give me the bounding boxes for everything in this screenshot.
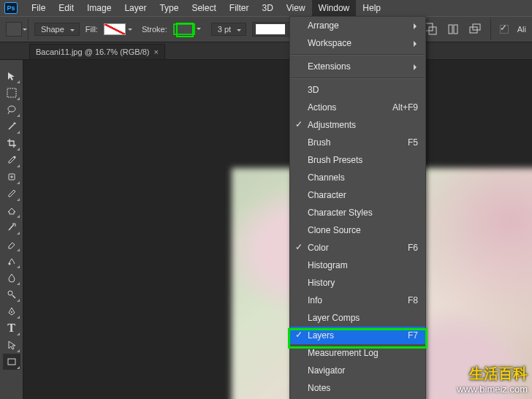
shape-mode-dropdown[interactable]: Shape [34,23,80,36]
menu-item-info[interactable]: InfoF8 [290,292,425,309]
marquee-tool[interactable] [3,85,20,101]
menu-image[interactable]: Image [80,0,118,16]
document-tab[interactable]: Bacani11.jpg @ 16.7% (RGB/8) × [29,44,165,59]
menu-item-history[interactable]: History [290,274,425,292]
svg-rect-3 [454,25,457,34]
path-ops-icon[interactable] [425,23,438,36]
menu-item-layers[interactable]: LayersF7 [290,327,425,344]
fill-label: Fill: [86,25,98,34]
menu-item-brush[interactable]: BrushF5 [290,134,425,151]
move-tool[interactable] [3,68,20,84]
align-edges-checkbox[interactable] [500,25,509,34]
svg-point-7 [8,106,15,112]
menu-item-measurement-log[interactable]: Measurement Log [290,344,425,362]
brush-tool[interactable] [3,186,20,202]
svg-rect-6 [7,88,16,97]
stroke-width-input[interactable]: 3 pt [211,23,246,36]
clone-stamp-tool[interactable] [3,202,20,218]
type-tool[interactable]: T [3,320,20,336]
menu-window[interactable]: Window [312,0,357,16]
stroke-swatch[interactable] [173,23,195,35]
menu-file[interactable]: File [25,0,52,16]
document-tab-title: Bacani11.jpg @ 16.7% (RGB/8) [36,48,149,56]
canvas[interactable] [23,60,532,399]
svg-rect-2 [449,25,452,34]
menu-view[interactable]: View [280,0,312,16]
menu-item-layer-comps[interactable]: Layer Comps [290,309,425,327]
menu-item-extensions[interactable]: Extensions [290,58,425,75]
menu-3d[interactable]: 3D [255,0,279,16]
stroke-label: Stroke: [142,25,167,34]
eraser-tool[interactable] [3,236,20,252]
magic-wand-tool[interactable] [3,118,20,134]
healing-brush-tool[interactable] [3,169,20,185]
window-menu-dropdown: Arrange Workspace Extensions 3DActionsAl… [289,16,426,399]
history-brush-tool[interactable] [3,219,20,235]
eyedropper-tool[interactable] [3,152,20,168]
menubar: Ps FileEditImageLayerTypeSelectFilter3DV… [0,0,532,16]
menu-item-navigator[interactable]: Navigator [290,362,425,379]
blur-tool[interactable] [3,270,20,286]
svg-point-13 [11,311,12,313]
menu-filter[interactable]: Filter [223,0,256,16]
menu-item-actions[interactable]: ActionsAlt+F9 [290,99,425,116]
menu-item-histogram[interactable]: Histogram [290,256,425,274]
align-edges-label: Ali [517,25,526,34]
gradient-tool[interactable] [3,253,20,269]
dodge-tool[interactable] [3,286,20,303]
document-tab-bar: Bacani11.jpg @ 16.7% (RGB/8) × [0,42,532,60]
path-selection-tool[interactable] [3,337,20,353]
menu-edit[interactable]: Edit [52,0,80,16]
menu-layer[interactable]: Layer [118,0,153,16]
menu-item-clone-source[interactable]: Clone Source [290,221,425,239]
svg-rect-14 [8,359,15,365]
menu-item-color[interactable]: ColorF6 [290,239,425,256]
lasso-tool[interactable] [3,102,20,118]
menu-item-channels[interactable]: Channels [290,169,425,186]
tool-preset-picker[interactable] [6,22,22,37]
align-icon[interactable] [446,23,460,36]
menu-item-adjustments[interactable]: Adjustments [290,116,425,134]
menu-item-3d[interactable]: 3D [290,81,425,99]
menu-item-workspace[interactable]: Workspace [290,34,425,52]
menu-help[interactable]: Help [356,0,387,16]
menu-item-character-styles[interactable]: Character Styles [290,204,425,221]
menu-item-arrange[interactable]: Arrange [290,17,425,34]
menu-type[interactable]: Type [153,0,185,16]
menu-item-character[interactable]: Character [290,186,425,204]
fill-swatch[interactable] [104,23,126,35]
menu-select[interactable]: Select [185,0,222,16]
svg-point-9 [13,156,15,159]
svg-point-11 [8,263,10,265]
menu-item-brush-presets[interactable]: Brush Presets [290,151,425,169]
menu-item-notes[interactable]: Notes [290,379,425,397]
options-bar: Shape Fill: Stroke: 3 pt Ali [0,16,532,42]
watermark: 生活百科 www.bimeiz.com [457,364,528,395]
arrange-order-icon[interactable] [468,23,482,36]
app-icon: Ps [3,0,19,16]
toolbox: T [0,60,23,399]
close-icon[interactable]: × [153,48,158,56]
rectangle-tool[interactable] [3,354,20,370]
svg-point-12 [8,291,12,295]
pen-tool[interactable] [3,303,20,319]
crop-tool[interactable] [3,135,20,151]
